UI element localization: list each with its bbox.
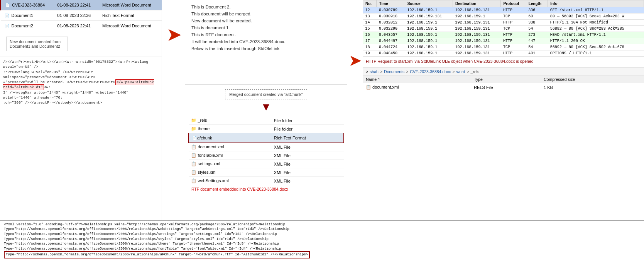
breadcrumb-current: _rels	[471, 69, 480, 74]
cell-info: 56892 → 80 [ACK] Seq=502 Ack=678	[548, 44, 644, 50]
col-size[interactable]: Compressed size	[541, 76, 644, 83]
file-type: Rich Text Format	[99, 10, 162, 21]
cell-proto: HTTP	[501, 7, 526, 13]
doc-line: This document will be merged.	[191, 12, 341, 16]
file-name: CVE-2023-36884	[12, 3, 45, 7]
word-icon: 📄	[4, 2, 10, 8]
table-row[interactable]: 15 0.032290 192.168.159.1 192.168.159.13…	[363, 26, 644, 32]
network-table: No. Time Source Destination Protocol Len…	[363, 0, 644, 57]
file-type: Microsoft Word Document	[99, 21, 162, 31]
doc-line: It will be embedded into CVE-2023-36884.…	[191, 39, 341, 44]
cell-time: 0.043557	[377, 32, 405, 38]
item-type: XML File	[272, 151, 344, 160]
table-row[interactable]: 18 0.044724 192.168.159.1 192.168.159.13…	[363, 44, 644, 50]
breadcrumb-item[interactable]: CVE-2023-36884.docx	[410, 69, 451, 74]
list-item[interactable]: 📋settings.xml XML File	[189, 160, 344, 168]
cell-src: 192.168.159.131	[405, 13, 453, 20]
cell-dst: 192.168.159.131	[453, 38, 501, 44]
table-row[interactable]: 13 0.030918 192.168.159.131 192.168.159.…	[363, 13, 644, 20]
cell-len: 336	[526, 7, 548, 13]
altchunk-highlight: </w:p><w:altChunk r:id="AltChunkId1"	[3, 79, 154, 90]
cell-src: 192.168.159.1	[405, 20, 453, 26]
network-table-section: No. Time Source Destination Protocol Len…	[363, 0, 644, 57]
table-row[interactable]: 📄 Document1 01-08-2023 22:36 Rich Text F…	[1, 10, 162, 21]
cell-no: 17	[363, 38, 377, 44]
cell-len: 54	[526, 26, 548, 32]
file-type: Microsoft Word Document	[99, 0, 162, 10]
merge-label-text: Merged document created via "altChunk"	[229, 92, 303, 97]
col-dst: Destination	[453, 0, 501, 7]
cell-info: HEAD /start.xml HTTP/1.1	[548, 32, 644, 38]
list-item[interactable]: 📋fontTable.xml XML File	[189, 151, 344, 160]
list-item[interactable]: 📁_rels File folder	[189, 116, 344, 125]
list-item[interactable]: 📁theme File folder	[189, 125, 344, 133]
cell-dst: 192.168.159.131	[453, 7, 501, 13]
item-type: XML File	[272, 160, 344, 168]
annotation-box: New document created from Document1 and …	[6, 37, 68, 51]
item-name: fontTable.xml	[198, 153, 223, 158]
item-type: XML File	[272, 168, 344, 177]
merge-label: Merged document created via "altChunk"	[225, 89, 307, 99]
table-row[interactable]: 19 0.048450 192.168.159.1 192.168.159.13…	[363, 50, 644, 57]
file-browser-table: Name ^ Type Compressed size 📋 document.x…	[363, 76, 644, 91]
breadcrumb-item[interactable]: Documents	[384, 69, 404, 74]
item-type: File folder	[272, 125, 344, 133]
right-arrow-icon: ➤	[167, 27, 181, 43]
folder-icon: 📁	[191, 126, 196, 131]
breadcrumb-sep: >	[406, 69, 408, 74]
breadcrumb-item[interactable]: word	[456, 69, 465, 74]
cell-len: 60	[526, 13, 548, 20]
item-name: settings.xml	[198, 161, 220, 166]
col-type[interactable]: Type	[471, 76, 541, 83]
http-annotation-text: HTTP Request to start.xml via StdOleLink…	[366, 59, 534, 64]
xml-line: <?xml version="1.0" encoding="utf-8"?><R…	[4, 222, 640, 227]
list-item[interactable]: 📋styles.xml XML File	[189, 168, 344, 177]
list-item[interactable]: 📋webSettings.xml XML File	[189, 177, 344, 185]
file-table: 📄 CVE-2023-36884 01-08-2023 22:41 Micros…	[0, 0, 162, 31]
breadcrumb-item[interactable]: shah	[370, 69, 379, 74]
http-annotation: HTTP Request to start.xml via StdOleLink…	[363, 57, 644, 66]
cell-proto: HTTP	[501, 20, 526, 26]
cell-dst: 192.168.159.131	[453, 32, 501, 38]
table-row[interactable]: 📋 document.xml RELS File 1 KB	[363, 83, 644, 92]
xml-line: Type="http://schemas.openxmlformats.org/…	[4, 237, 640, 242]
cell-len: 401	[526, 50, 548, 57]
xml-line: Type="http://schemas.openxmlformats.org/…	[4, 247, 640, 252]
cell-time: 0.032290	[377, 26, 405, 32]
down-arrow-container: Merged document created via "altChunk" ▼	[185, 86, 347, 115]
cell-src: 192.168.159.1	[405, 26, 453, 32]
cell-src: 192.168.159.1	[405, 50, 453, 57]
item-name: afchunk	[197, 136, 212, 140]
file-icon: 📋	[191, 178, 196, 183]
table-row[interactable]: 📄 Document2 01-08-2023 22:41 Microsoft W…	[1, 21, 162, 31]
file-icon: 📋	[366, 85, 371, 89]
cell-no: 13	[363, 13, 377, 20]
table-row[interactable]: 12 0.030789 192.168.159.1 192.168.159.13…	[363, 7, 644, 13]
item-type: File folder	[272, 116, 344, 125]
cell-no: 19	[363, 50, 377, 57]
table-row[interactable]: 16 0.043557 192.168.159.1 192.168.159.13…	[363, 32, 644, 38]
col-src: Source	[405, 0, 453, 7]
breadcrumb: > shah > Documents > CVE-2023-36884.docx…	[363, 68, 644, 76]
cell-time: 0.032012	[377, 20, 405, 26]
cell-time: 0.030918	[377, 13, 405, 20]
item-name: styles.xml	[198, 170, 216, 174]
cell-time: 0.044497	[377, 38, 405, 44]
file-list-section: 📁_rels File folder 📁theme File folder 📄a…	[185, 116, 347, 193]
file-icon: 📋	[191, 144, 196, 149]
table-row[interactable]: 17 0.044497 192.168.159.1 192.168.159.13…	[363, 38, 644, 44]
file-icon: 📋	[191, 170, 196, 174]
cell-dst: 192.168.159.1	[453, 13, 501, 20]
table-row[interactable]: 14 0.032012 192.168.159.1 192.168.159.13…	[363, 20, 644, 26]
cell-size: 1 KB	[541, 83, 644, 92]
list-item-highlighted[interactable]: 📄afchunk Rich Text Format	[189, 133, 344, 143]
xml-last-line: Type="http://schemas.openxmlformats.org/…	[4, 251, 310, 258]
cell-dst: 192.168.159.131	[453, 50, 501, 57]
cell-info: 56892 → 80 [ACK] Seq=283 Ack=285	[548, 26, 644, 32]
cell-proto: HTTP	[501, 32, 526, 38]
col-name[interactable]: Name ^	[363, 76, 471, 83]
list-item[interactable]: 📋document.xml XML File	[189, 143, 344, 151]
xml-line: :rPr><w:lang w:val="en-US" /></w:rPr><w:…	[3, 70, 159, 80]
table-row[interactable]: 📄 CVE-2023-36884 01-08-2023 22:41 Micros…	[1, 0, 162, 10]
cell-len: 54	[526, 44, 548, 50]
